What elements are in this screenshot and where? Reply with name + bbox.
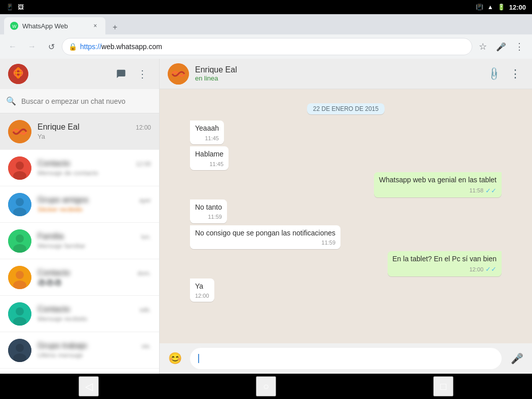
msg-ticks-3: ✓✓ <box>485 186 497 195</box>
wifi-icon: ▲ <box>487 4 493 11</box>
emoji-button[interactable]: 😊 <box>166 349 184 368</box>
attach-button[interactable]: 📎 <box>482 61 506 86</box>
url-https: https:// <box>80 43 101 51</box>
sidebar: ⋮ 🔍 <box>0 59 160 374</box>
active-tab[interactable]: W WhatsApp Web × <box>4 17 105 34</box>
chat-item-3[interactable]: Grupo amigos ayer Sticker recibido <box>0 186 159 223</box>
forward-button[interactable]: → <box>23 38 41 55</box>
battery-icon: 🔋 <box>498 4 505 11</box>
search-bar: 🔍 <box>0 89 159 113</box>
sidebar-header: ⋮ <box>0 59 159 89</box>
chat-item-4[interactable]: Familia lun. Mensaje familiar <box>0 223 159 259</box>
star-button[interactable]: ☆ <box>474 38 491 55</box>
chat-header-icons: 📎 ⋮ <box>485 65 524 83</box>
recent-nav-button[interactable]: □ <box>433 376 453 396</box>
tab-bar: W WhatsApp Web × + <box>0 14 532 34</box>
svg-point-17 <box>16 271 24 279</box>
mic-button[interactable]: 🎤 <box>492 38 510 55</box>
svg-point-23 <box>16 344 24 352</box>
msg-time-2: 11:45 <box>210 161 224 168</box>
msg-text-5: No consigo que se pongan las notificacio… <box>195 228 335 238</box>
message-bubble-4[interactable]: No tanto 11:59 <box>190 200 227 223</box>
msg-time-1: 11:45 <box>205 135 219 142</box>
msg-meta-6: 12:00 ✓✓ <box>393 265 497 274</box>
message-row-2: Hablame 11:45 <box>190 146 502 170</box>
status-bar: 📱 🖼 📳 ▲ 🔋 12:00 <box>0 0 532 14</box>
msg-text-1: Yeaaah <box>195 124 219 134</box>
msg-text-4: No tanto <box>195 203 222 213</box>
message-bubble-7[interactable]: Ya 12:00 <box>190 278 214 302</box>
mic-button[interactable]: 🎤 <box>508 349 526 368</box>
tab-close-button[interactable]: × <box>91 22 99 30</box>
svg-point-2 <box>8 64 28 84</box>
msg-ticks-6: ✓✓ <box>485 265 497 274</box>
message-row-6: En la tablet? En el Pc sí van bien 12:00… <box>190 251 502 276</box>
chat-info-enrique: Enrique Eal 12:00 Ya <box>37 123 151 140</box>
msg-time-3: 11:58 <box>469 187 483 194</box>
msg-text-2: Hablame <box>195 149 223 159</box>
text-input-wrap[interactable] <box>190 348 502 369</box>
sidebar-menu-button[interactable]: ⋮ <box>134 65 151 83</box>
message-bubble-2[interactable]: Hablame 11:45 <box>190 146 229 170</box>
msg-text-7: Ya <box>195 282 209 292</box>
chat-item-5[interactable]: Contacto dom. ⚽⚽⚽ <box>0 259 159 296</box>
chat-item-enrique[interactable]: Enrique Eal 12:00 Ya <box>0 113 159 150</box>
message-bubble-1[interactable]: Yeaaah 11:45 <box>190 121 224 144</box>
new-chat-button[interactable] <box>112 65 130 83</box>
back-button[interactable]: ← <box>4 38 21 55</box>
msg-meta-3: 11:58 ✓✓ <box>379 186 497 195</box>
message-bubble-3[interactable]: Whatsapp web va genial en las tablet 11:… <box>374 172 502 197</box>
chat-preview-enrique: Ya <box>37 133 151 140</box>
date-badge: 22 DE ENERO DE 2015 <box>307 103 385 114</box>
msg-time-7: 12:00 <box>195 292 209 300</box>
vibrate-icon: 📳 <box>476 4 483 11</box>
chat-menu-button[interactable]: ⋮ <box>507 65 524 83</box>
home-nav-button[interactable]: ○ <box>256 376 276 396</box>
search-input[interactable] <box>21 97 153 105</box>
user-avatar-image <box>8 64 28 84</box>
browser-menu-button[interactable]: ⋮ <box>511 38 528 55</box>
chat-avatar-enrique <box>8 120 31 143</box>
msg-meta-2: 11:45 <box>195 161 223 168</box>
new-tab-button[interactable]: + <box>107 20 123 34</box>
refresh-button[interactable]: ↺ <box>43 38 60 55</box>
chat-item-2[interactable]: Contacto 12:00 Mensaje de contacto <box>0 150 159 186</box>
chat-header-info: Enrique Eal en linea <box>195 65 479 82</box>
back-nav-button[interactable]: ◁ <box>79 376 99 396</box>
tab-favicon: W <box>10 22 18 30</box>
msg-meta-7: 12:00 <box>195 292 209 300</box>
svg-point-14 <box>16 234 24 243</box>
date-divider: 22 DE ENERO DE 2015 <box>190 103 502 114</box>
android-nav-bar: ◁ ○ □ <box>0 374 532 399</box>
messages-area[interactable]: 22 DE ENERO DE 2015 Yeaaah 11:45 Hablame… <box>160 89 532 343</box>
message-row-7: Ya 12:00 <box>190 278 502 302</box>
app-area: ⋮ 🔍 <box>0 59 532 374</box>
chat-header-status: en linea <box>195 74 479 82</box>
user-avatar[interactable] <box>8 64 28 84</box>
chat-list: Enrique Eal 12:00 Ya Contacto 12:00 <box>0 113 159 374</box>
chat-header-name: Enrique Eal <box>195 65 479 74</box>
chat-header-avatar[interactable] <box>168 63 189 85</box>
msg-meta-1: 11:45 <box>195 135 219 142</box>
msg-time-6: 12:00 <box>469 266 483 273</box>
chat-item-7[interactable]: Grupo trabajo vie. Ultimo mensaje <box>0 332 159 369</box>
clock: 12:00 <box>509 4 526 11</box>
svg-point-20 <box>16 307 24 315</box>
message-row-5: No consigo que se pongan las notificacio… <box>190 225 502 249</box>
toolbar-icons: ☆ 🎤 ⋮ <box>474 38 528 55</box>
lock-icon: 🔒 <box>68 43 77 51</box>
message-bubble-5[interactable]: No consigo que se pongan las notificacio… <box>190 225 340 249</box>
msg-time-5: 11:59 <box>322 239 336 247</box>
chat-item-6[interactable]: Contacto sáb. Mensaje recibido <box>0 296 159 332</box>
url-domain: web.whatsapp.com <box>101 43 162 51</box>
message-row-1: Yeaaah 11:45 <box>190 121 502 144</box>
address-bar[interactable]: 🔒 https://web.whatsapp.com <box>62 38 472 55</box>
msg-text-6: En la tablet? En el Pc sí van bien <box>393 254 497 264</box>
chat-input-area: 😊 🎤 <box>160 343 532 374</box>
message-bubble-6[interactable]: En la tablet? En el Pc sí van bien 12:00… <box>388 251 502 276</box>
message-row-3: Whatsapp web va genial en las tablet 11:… <box>190 172 502 197</box>
url-text: https://web.whatsapp.com <box>80 43 466 51</box>
chat-name-enrique: Enrique Eal <box>37 123 80 132</box>
search-icon: 🔍 <box>6 96 16 106</box>
browser-chrome: W WhatsApp Web × + ← → ↺ 🔒 https://web.w… <box>0 14 532 59</box>
